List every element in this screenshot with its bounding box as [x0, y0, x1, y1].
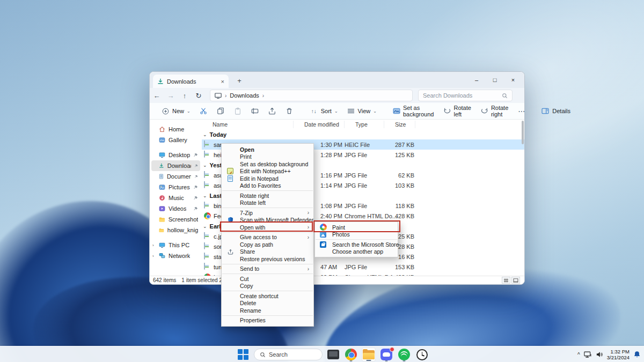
menu-item-edit-in-notepad[interactable]: Edit in Notepad: [222, 175, 313, 182]
cut-button[interactable]: [195, 105, 211, 117]
menu-item-copy[interactable]: Copy: [222, 283, 313, 290]
menu-item-set-as-desktop-background[interactable]: Set as desktop background: [222, 160, 313, 168]
delete-button[interactable]: [281, 105, 297, 117]
sidebar-item-music[interactable]: Music: [151, 193, 200, 203]
menu-item-create-shortcut[interactable]: Create shortcut: [222, 292, 313, 300]
column-header-name[interactable]: Name: [202, 121, 294, 128]
sidebar-item-screenshots[interactable]: Screenshots: [151, 214, 200, 225]
new-button[interactable]: New ⌄: [157, 105, 194, 117]
taskbar-app-file-explorer[interactable]: [362, 348, 376, 361]
details-button[interactable]: Details: [537, 105, 574, 117]
menu-item-7-zip[interactable]: 7-Zip›: [222, 209, 313, 217]
sidebar-item-hollow-knight[interactable]: hollow_knight_[: [151, 225, 200, 235]
taskbar-app-media[interactable]: [326, 348, 340, 361]
sidebar-item-home[interactable]: Home: [151, 124, 200, 135]
tab-close-icon[interactable]: ×: [221, 78, 224, 85]
close-button[interactable]: ×: [504, 72, 522, 88]
search-icon: [260, 352, 266, 358]
menu-item-share[interactable]: Share: [222, 248, 313, 256]
tab-downloads[interactable]: Downloads ×: [153, 75, 229, 88]
menu-item-rotate-right[interactable]: Rotate right: [222, 192, 313, 200]
back-button[interactable]: ←: [150, 92, 164, 100]
menu-item-restore-previous-versions[interactable]: Restore previous versions: [222, 255, 313, 263]
menu-item-edit-with-notepad-plus-plus[interactable]: Edit with Notepad++: [222, 168, 313, 175]
search-input[interactable]: Search Downloads: [418, 90, 513, 101]
breadcrumb-path[interactable]: Downloads: [230, 92, 259, 99]
menu-item-print[interactable]: Print: [222, 153, 313, 161]
tray-overflow-chevron-icon[interactable]: ^: [577, 352, 580, 358]
volume-icon[interactable]: [596, 351, 603, 358]
scrollbar-thumb[interactable]: [522, 121, 524, 144]
start-button[interactable]: [236, 348, 250, 361]
taskbar-app-clock[interactable]: [415, 348, 429, 361]
file-type: JPG File: [345, 152, 384, 158]
sidebar-item-documents[interactable]: Documents: [151, 171, 200, 182]
taskbar-search[interactable]: Search: [254, 349, 323, 360]
expand-chevron-icon[interactable]: ›: [152, 243, 154, 248]
sidebar-item-network[interactable]: › Network: [151, 250, 200, 261]
taskbar: Search ^ 1:32 PM 3/21/2024: [0, 346, 644, 362]
submenu-item-search-the-microsoft-store[interactable]: Search the Microsoft Store: [315, 241, 398, 248]
taskbar-app-spotify[interactable]: [397, 348, 411, 361]
submenu-item-photos[interactable]: Photos: [315, 231, 398, 239]
menu-item-open[interactable]: Open: [222, 146, 313, 153]
submenu-item-choose-another-app[interactable]: Choose another app: [315, 248, 398, 256]
taskbar-app-discord[interactable]: [379, 348, 393, 361]
view-button[interactable]: View ⌄: [343, 105, 380, 117]
rename-button[interactable]: [247, 105, 263, 117]
sidebar-item-gallery[interactable]: Gallery: [151, 135, 200, 145]
breadcrumb[interactable]: › Downloads ›: [210, 90, 413, 101]
collapse-chevron-icon[interactable]: ⌄: [203, 132, 207, 137]
menu-item-give-access-to[interactable]: Give access to›: [222, 234, 313, 241]
share-button[interactable]: [264, 105, 280, 117]
sidebar-item-videos[interactable]: Videos: [151, 203, 200, 214]
taskbar-app-chrome[interactable]: [344, 348, 358, 361]
column-header-size[interactable]: Size: [384, 121, 415, 128]
collapse-chevron-icon[interactable]: ⌄: [203, 193, 207, 198]
maximize-button[interactable]: □: [486, 72, 504, 88]
sidebar-item-this-pc[interactable]: › This PC: [151, 240, 200, 250]
minimize-button[interactable]: –: [467, 72, 486, 88]
sort-button[interactable]: ↑↓ Sort ⌄: [306, 105, 342, 117]
menu-label: Edit with Notepad++: [240, 168, 291, 174]
menu-item-properties[interactable]: Properties: [222, 317, 313, 324]
rotate-left-button[interactable]: Rotate left: [440, 102, 475, 120]
image-file-icon: [204, 141, 211, 149]
chevron-down-icon: ⌄: [187, 109, 191, 114]
rotate-right-button[interactable]: Rotate right: [477, 102, 513, 120]
column-header-type[interactable]: Type: [345, 121, 384, 128]
copy-button[interactable]: [213, 105, 229, 117]
menu-item-add-to-favorites[interactable]: Add to Favorites: [222, 182, 313, 190]
notification-bell-icon[interactable]: [633, 351, 641, 358]
menu-item-scan-with-microsoft-defender[interactable]: Scan with Microsoft Defender...: [222, 217, 313, 224]
menu-item-send-to[interactable]: Send to›: [222, 265, 313, 273]
menu-item-rotate-left[interactable]: Rotate left: [222, 200, 313, 207]
view-label: View: [358, 108, 371, 114]
menu-item-cut[interactable]: Cut: [222, 275, 313, 283]
thumbnail-view-toggle[interactable]: [511, 277, 520, 284]
more-options-button[interactable]: ⋯: [514, 105, 529, 117]
set-as-background-button[interactable]: Set as background: [389, 102, 438, 120]
details-view-toggle[interactable]: [502, 277, 510, 284]
menu-item-rename[interactable]: Rename: [222, 307, 313, 314]
submenu-item-paint[interactable]: Paint: [315, 224, 398, 231]
menu-item-delete[interactable]: Delete: [222, 300, 313, 307]
menu-item-copy-as-path[interactable]: Copy as path: [222, 241, 313, 248]
forward-button[interactable]: →: [164, 92, 178, 100]
new-tab-button[interactable]: +: [235, 76, 244, 85]
paint-icon: [319, 224, 327, 231]
sidebar-item-downloads[interactable]: Downloads: [151, 160, 200, 171]
group-header-today[interactable]: ⌄Today: [202, 129, 524, 139]
network-tray-icon[interactable]: [584, 351, 592, 358]
paste-button[interactable]: [230, 105, 246, 117]
column-header-date-modified[interactable]: Date modified: [294, 121, 345, 128]
collapse-chevron-icon[interactable]: ⌄: [203, 224, 207, 229]
menu-item-open-with[interactable]: Open with›: [222, 224, 313, 231]
expand-chevron-icon[interactable]: ›: [152, 254, 154, 258]
collapse-chevron-icon[interactable]: ⌄: [203, 162, 207, 168]
refresh-button[interactable]: ↻: [192, 92, 206, 100]
clock-datetime[interactable]: 1:32 PM 3/21/2024: [607, 349, 630, 361]
sidebar-item-desktop[interactable]: Desktop: [151, 150, 200, 160]
sidebar-item-pictures[interactable]: Pictures: [151, 182, 200, 193]
up-button[interactable]: ↑: [178, 92, 192, 100]
